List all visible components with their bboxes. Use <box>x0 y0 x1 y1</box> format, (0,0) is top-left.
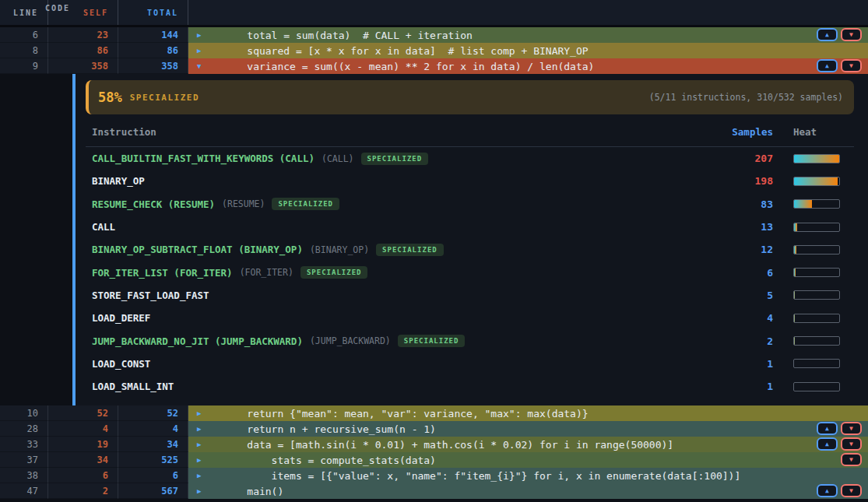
instruction-name: STORE_FAST_LOAD_FAST <box>92 290 209 301</box>
code-line-row: 28 4 4 ▶ return n + recursive_sum(n - 1)… <box>0 421 868 437</box>
navigate-up-button[interactable]: ▲ <box>817 484 838 497</box>
code-line-row: 37 34 525 ▶ stats = compute_stats(data) … <box>0 452 868 468</box>
code-line-row: 6 23 144 ▶ total = sum(data) # CALL + it… <box>0 27 868 43</box>
navigate-up-button[interactable]: ▲ <box>817 59 838 72</box>
specialized-percent-label: SPECIALIZED <box>130 93 199 103</box>
source-code-cell[interactable]: ▶ items = [{"value": x, "name": f"item_{… <box>188 468 868 483</box>
expand-toggle-icon[interactable]: ▶ <box>197 421 201 437</box>
navigate-down-button[interactable]: ▼ <box>841 437 862 451</box>
heat-bar <box>793 154 840 163</box>
source-code-cell[interactable]: ▶ main() ▲ ▼ <box>188 483 868 499</box>
instruction-base-opcode: (JUMP_BACKWARD) <box>310 335 391 346</box>
source-code-cell[interactable]: ▶ squared = [x * x for x in data] # list… <box>188 43 868 58</box>
heat-bar <box>793 245 840 255</box>
expand-toggle-icon[interactable]: ▶ <box>197 437 201 452</box>
heat-bar-fill <box>794 200 812 208</box>
instruction-samples: 2 <box>706 335 784 347</box>
expand-toggle-icon[interactable]: ▶ <box>197 27 201 43</box>
instruction-row: BINARY_OP_SUBTRACT_FLOAT (BINARY_OP) (BI… <box>86 238 854 261</box>
instruction-name: FOR_ITER_LIST (FOR_ITER) <box>92 267 233 279</box>
heat-bar-fill <box>794 155 839 163</box>
source-code-cell[interactable]: ▶ data = [math.sin(i * 0.01) + math.cos(… <box>188 437 868 452</box>
navigate-down-button[interactable]: ▼ <box>841 422 862 435</box>
instruction-base-opcode: (BINARY_OP) <box>310 244 369 255</box>
total-samples-cell: 34 <box>118 437 188 452</box>
navigate-down-button[interactable]: ▼ <box>841 484 862 497</box>
code-line-row: 33 19 34 ▶ data = [math.sin(i * 0.01) + … <box>0 437 868 452</box>
instruction-name: BINARY_OP <box>92 175 145 187</box>
expand-toggle-icon[interactable]: ▶ <box>197 452 201 468</box>
instruction-column-header: Instruction <box>92 126 706 138</box>
self-samples-cell: 4 <box>48 421 118 437</box>
instruction-samples: 4 <box>706 312 784 324</box>
self-samples-cell: 6 <box>48 468 118 483</box>
heat-bar <box>793 177 840 186</box>
navigate-up-button[interactable]: ▲ <box>817 422 838 435</box>
total-samples-cell: 52 <box>118 405 188 421</box>
instruction-name: LOAD_DEREF <box>92 312 150 324</box>
self-samples-cell: 2 <box>48 483 118 499</box>
source-code-cell[interactable]: ▶ return {"mean": mean, "var": variance,… <box>188 405 868 421</box>
navigate-up-button[interactable]: ▲ <box>817 437 838 451</box>
source-code-text: squared = [x * x for x in data] # list c… <box>223 43 589 58</box>
total-samples-cell: 4 <box>118 421 188 437</box>
total-samples-cell: 567 <box>118 483 188 499</box>
heat-bar-fill <box>794 223 797 231</box>
instruction-name: LOAD_CONST <box>92 358 150 370</box>
instruction-row: RESUME_CHECK (RESUME) (RESUME) SPECIALIZ… <box>86 193 854 216</box>
source-code-cell[interactable]: ▶ total = sum(data) # CALL + iteration ▲… <box>188 27 868 43</box>
specialization-banner: 58% SPECIALIZED (5/11 instructions, 310/… <box>86 80 854 114</box>
source-code-text: data = [math.sin(i * 0.01) + math.cos(i … <box>223 437 673 452</box>
code-rows-top: 6 23 144 ▶ total = sum(data) # CALL + it… <box>0 27 868 74</box>
source-code-text: items = [{"value": x, "name": f"item_{i}… <box>223 468 740 483</box>
instruction-row: LOAD_SMALL_INT 1 <box>86 375 854 398</box>
heat-bar-fill <box>794 246 796 254</box>
instruction-table-header: Instruction Samples Heat <box>86 119 854 147</box>
instruction-base-opcode: (FOR_ITER) <box>240 267 293 278</box>
heat-bar <box>793 314 840 323</box>
source-code-cell[interactable]: ▼ variance = sum((x - mean) ** 2 for x i… <box>188 58 868 74</box>
source-code-text: total = sum(data) # CALL + iteration <box>223 27 473 43</box>
instruction-name: JUMP_BACKWARD_NO_JIT (JUMP_BACKWARD) <box>92 335 303 347</box>
source-code-text: main() <box>223 483 283 499</box>
navigate-down-button[interactable]: ▼ <box>841 453 862 466</box>
source-code-cell[interactable]: ▶ stats = compute_stats(data) ▲ ▼ <box>188 452 868 468</box>
total-samples-cell: 525 <box>118 452 188 468</box>
instruction-samples: 198 <box>706 175 784 187</box>
navigate-down-button[interactable]: ▼ <box>841 28 862 41</box>
line-number-cell: 28 <box>0 421 48 437</box>
self-samples-cell: 358 <box>48 58 118 74</box>
expand-toggle-icon[interactable]: ▶ <box>197 468 201 483</box>
line-number-cell: 10 <box>0 405 48 421</box>
line-number-cell: 8 <box>0 43 48 58</box>
self-samples-cell: 23 <box>48 27 118 43</box>
instruction-base-opcode: (CALL) <box>322 153 354 164</box>
heat-bar-fill <box>794 337 795 345</box>
instruction-samples: 6 <box>706 267 784 279</box>
source-code-cell[interactable]: ▶ return n + recursive_sum(n - 1) ▲ ▼ <box>188 421 868 437</box>
specialized-percent: 58% <box>98 90 122 105</box>
instruction-samples: 1 <box>706 358 784 370</box>
specialization-summary: (5/11 instructions, 310/532 samples) <box>649 92 843 103</box>
specialized-badge: SPECIALIZED <box>398 335 466 347</box>
code-line-row: 38 6 6 ▶ items = [{"value": x, "name": f… <box>0 468 868 483</box>
specialized-badge: SPECIALIZED <box>361 153 429 165</box>
heat-bar-fill <box>794 314 795 322</box>
source-code-text: stats = compute_stats(data) <box>223 452 436 468</box>
expand-toggle-icon[interactable]: ▼ <box>197 58 201 74</box>
profiler-app: LINE SELF TOTAL CODE 6 23 144 ▶ total = … <box>0 0 868 502</box>
self-samples-cell: 52 <box>48 405 118 421</box>
table-header: LINE SELF TOTAL CODE <box>0 0 868 27</box>
navigate-up-button[interactable]: ▲ <box>817 28 838 41</box>
code-line-row: 8 86 86 ▶ squared = [x * x for x in data… <box>0 43 868 58</box>
instruction-samples: 13 <box>706 221 784 233</box>
expand-toggle-icon[interactable]: ▶ <box>197 405 201 421</box>
heat-bar <box>793 199 840 209</box>
heat-bar <box>793 290 840 300</box>
expand-toggle-icon[interactable]: ▶ <box>197 483 201 499</box>
total-samples-cell: 144 <box>118 27 188 43</box>
instruction-row: STORE_FAST_LOAD_FAST 5 <box>86 284 854 307</box>
navigate-down-button[interactable]: ▼ <box>841 59 862 72</box>
expand-toggle-icon[interactable]: ▶ <box>197 43 201 58</box>
heat-bar-fill <box>794 177 838 185</box>
